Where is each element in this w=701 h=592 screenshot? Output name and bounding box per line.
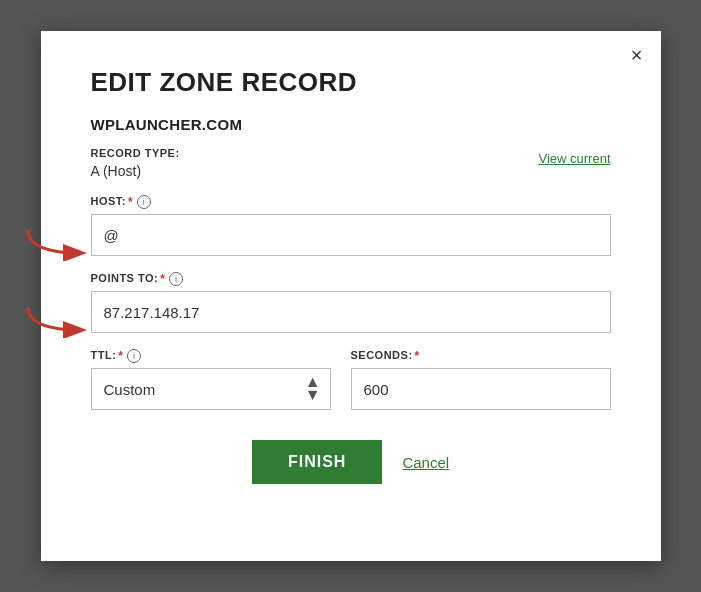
modal-dialog: × EDIT ZONE RECORD WPLAUNCHER.COM RECORD… bbox=[41, 31, 661, 561]
points-to-required: * bbox=[160, 272, 165, 286]
finish-button[interactable]: FINISH bbox=[252, 440, 382, 484]
ttl-select[interactable]: Custom 300 600 900 1800 3600 7200 14400 … bbox=[91, 368, 331, 410]
host-label-row: HOST: * i bbox=[91, 195, 611, 209]
points-to-input[interactable] bbox=[91, 291, 611, 333]
host-arrow-icon bbox=[23, 225, 88, 261]
modal-title: EDIT ZONE RECORD bbox=[91, 67, 611, 98]
seconds-label-row: SECONDS: * bbox=[351, 349, 611, 363]
ttl-required: * bbox=[118, 349, 123, 363]
modal-overlay: × EDIT ZONE RECORD WPLAUNCHER.COM RECORD… bbox=[0, 0, 701, 592]
ttl-label-row: TTL: * i bbox=[91, 349, 331, 363]
ttl-info-icon[interactable]: i bbox=[127, 349, 141, 363]
view-current-link[interactable]: View current bbox=[538, 151, 610, 166]
points-to-arrow-icon bbox=[23, 302, 88, 338]
points-to-label: POINTS TO: bbox=[91, 272, 159, 284]
seconds-input[interactable] bbox=[351, 368, 611, 410]
host-label: HOST: bbox=[91, 195, 127, 207]
record-type-label: RECORD TYPE: bbox=[91, 147, 180, 159]
ttl-label: TTL: bbox=[91, 349, 117, 361]
seconds-label: SECONDS: bbox=[351, 349, 413, 361]
points-to-field-group: POINTS TO: * i bbox=[91, 272, 611, 333]
domain-label: WPLAUNCHER.COM bbox=[91, 116, 611, 133]
close-button[interactable]: × bbox=[631, 45, 643, 65]
host-info-icon[interactable]: i bbox=[137, 195, 151, 209]
record-type-row: RECORD TYPE: A (Host) View current bbox=[91, 147, 611, 179]
host-field-group: HOST: * i bbox=[91, 195, 611, 256]
points-to-info-icon[interactable]: i bbox=[169, 272, 183, 286]
record-type-info: RECORD TYPE: A (Host) bbox=[91, 147, 180, 179]
footer-row: FINISH Cancel bbox=[91, 440, 611, 484]
ttl-seconds-row: TTL: * i Custom 300 600 900 1800 3600 72… bbox=[91, 349, 611, 410]
seconds-col: SECONDS: * bbox=[351, 349, 611, 410]
ttl-col: TTL: * i Custom 300 600 900 1800 3600 72… bbox=[91, 349, 331, 410]
record-type-value: A (Host) bbox=[91, 163, 180, 179]
points-to-label-row: POINTS TO: * i bbox=[91, 272, 611, 286]
host-input[interactable] bbox=[91, 214, 611, 256]
seconds-required: * bbox=[415, 349, 420, 363]
ttl-select-wrapper: Custom 300 600 900 1800 3600 7200 14400 … bbox=[91, 368, 331, 410]
cancel-button[interactable]: Cancel bbox=[402, 454, 449, 471]
host-required: * bbox=[128, 195, 133, 209]
